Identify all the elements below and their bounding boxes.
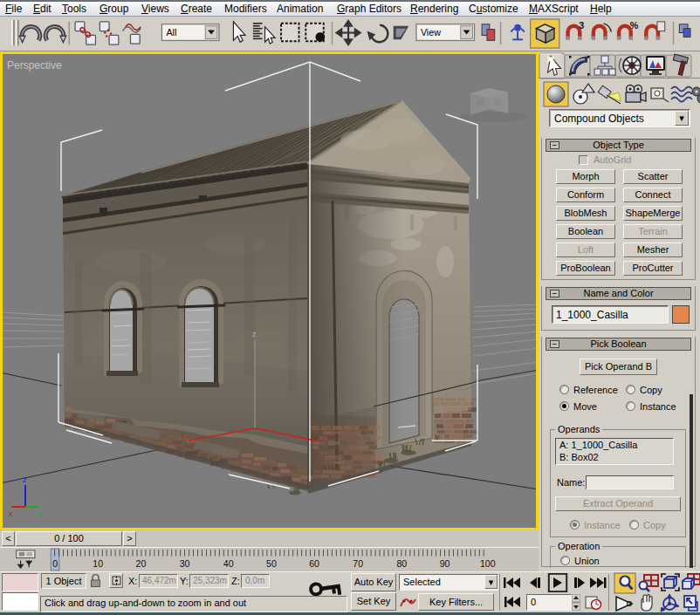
svg-text:%: % [630,20,639,31]
svg-text:View: View [421,27,441,38]
svg-text:z: z [252,330,257,338]
svg-text:Perspective: Perspective [7,59,62,72]
svg-text:z: z [23,475,27,484]
svg-text:100: 100 [480,558,496,569]
svg-text:30: 30 [180,558,190,569]
svg-text:10: 10 [93,558,103,569]
svg-text:All: All [166,27,176,38]
svg-text:90: 90 [440,558,450,569]
svg-text:0: 0 [52,558,58,569]
svg-text:70: 70 [353,558,363,569]
svg-text:50: 50 [266,558,277,569]
svg-text:40: 40 [223,558,234,569]
svg-text:80: 80 [396,558,407,569]
svg-text:20: 20 [136,558,147,569]
svg-text:y: y [322,433,326,441]
svg-text:3: 3 [579,20,584,31]
svg-text:y: y [38,509,42,518]
svg-text:x: x [9,509,13,518]
svg-text:x: x [182,431,186,440]
svg-text:60: 60 [309,558,319,569]
